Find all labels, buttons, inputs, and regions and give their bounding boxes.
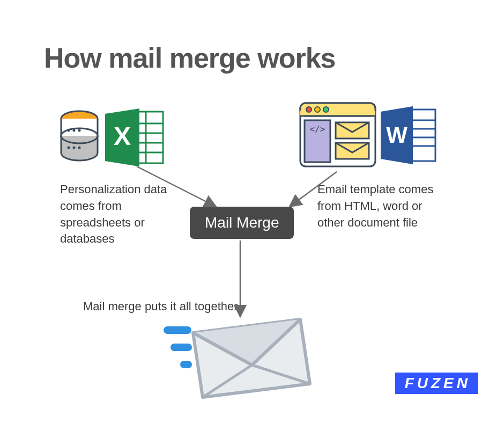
svg-rect-32 bbox=[180, 361, 192, 368]
excel-icon: X bbox=[105, 108, 163, 166]
template-source-label: Email template comes from HTML, word or … bbox=[317, 181, 435, 231]
svg-rect-31 bbox=[171, 344, 192, 351]
word-letter: W bbox=[386, 122, 407, 148]
svg-point-4 bbox=[78, 129, 81, 132]
svg-point-5 bbox=[68, 147, 70, 149]
data-source-group: X bbox=[59, 106, 172, 171]
svg-text:</>: </> bbox=[310, 124, 325, 134]
svg-point-7 bbox=[78, 147, 81, 149]
database-icon bbox=[61, 111, 98, 161]
svg-point-6 bbox=[73, 147, 76, 149]
word-icon: W bbox=[381, 106, 435, 164]
page-title: How mail merge works bbox=[44, 42, 336, 74]
svg-point-3 bbox=[73, 129, 76, 132]
svg-rect-30 bbox=[164, 326, 191, 334]
fuzen-logo: FUZEN bbox=[395, 373, 478, 394]
svg-point-20 bbox=[323, 107, 329, 112]
template-source-group: </> W bbox=[299, 102, 439, 172]
data-source-label: Personalization data comes from spreadsh… bbox=[60, 181, 178, 247]
svg-point-18 bbox=[306, 107, 312, 112]
mail-merge-box: Mail Merge bbox=[190, 207, 294, 239]
envelope-icon bbox=[161, 311, 316, 408]
html-window-icon: </> bbox=[300, 103, 375, 166]
svg-point-2 bbox=[68, 129, 70, 132]
excel-letter: X bbox=[114, 122, 131, 150]
svg-point-19 bbox=[315, 107, 320, 112]
